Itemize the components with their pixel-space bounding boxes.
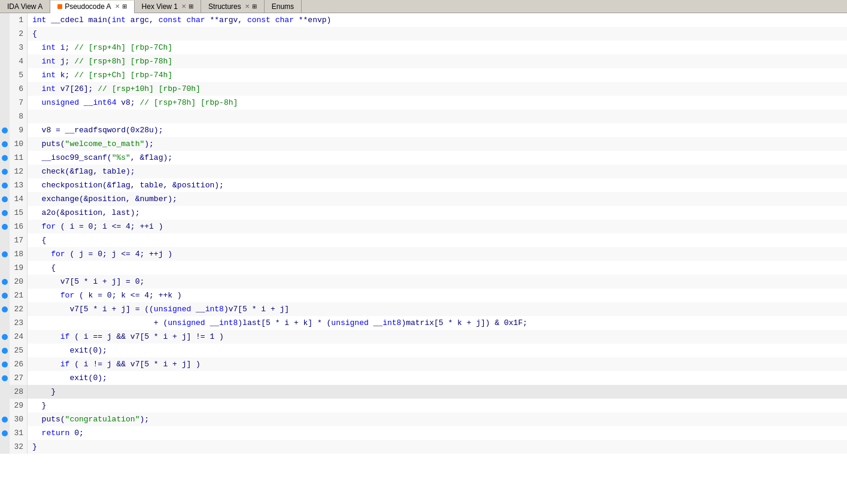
dot-col — [0, 385, 10, 399]
breakpoint-dot — [2, 348, 8, 354]
line-number: 3 — [10, 41, 28, 54]
line-number: 9 — [10, 123, 28, 137]
breakpoint-dot — [2, 127, 8, 133]
line-number: 25 — [10, 344, 28, 357]
code-content: if ( i == j && v7[5 * i + j] != 1 ) — [28, 330, 847, 344]
line-number: 18 — [10, 247, 28, 261]
tab-pseudocode[interactable]: Pseudocode A ✕ ⊞ — [50, 1, 134, 13]
code-row: 24 if ( i == j && v7[5 * i + j] != 1 ) — [0, 330, 847, 344]
tab-ida-view-label: IDA View A — [7, 2, 42, 11]
line-number: 21 — [10, 289, 28, 302]
dot-col — [0, 371, 10, 385]
code-row: 17 { — [0, 233, 847, 247]
code-content: int k; // [rsp+Ch] [rbp-74h] — [28, 68, 847, 82]
code-content: int j; // [rsp+8h] [rbp-78h] — [28, 54, 847, 68]
dot-col — [0, 123, 10, 137]
dot-col — [0, 302, 10, 316]
code-row: 12 check(&flag, table); — [0, 165, 847, 178]
breakpoint-dot — [2, 417, 8, 423]
breakpoint-dot — [2, 334, 8, 340]
tab-pseudocode-expand[interactable]: ⊞ — [122, 3, 127, 10]
tab-pseudocode-close[interactable]: ✕ — [115, 3, 120, 10]
dot-col — [0, 440, 10, 454]
tab-hex-view[interactable]: Hex View 1 ✕ ⊞ — [135, 0, 201, 13]
breakpoint-dot — [2, 169, 8, 175]
dot-col — [0, 399, 10, 412]
dot-col — [0, 206, 10, 220]
breakpoint-dot — [2, 375, 8, 381]
line-number: 8 — [10, 110, 28, 123]
line-number: 20 — [10, 275, 28, 289]
code-row: 3 int i; // [rsp+4h] [rbp-7Ch] — [0, 41, 847, 54]
code-content: for ( i = 0; i <= 4; ++i ) — [28, 220, 847, 233]
code-content: v7[5 * i + j] = ((unsigned __int8)v7[5 *… — [28, 302, 847, 316]
line-number: 30 — [10, 412, 28, 426]
tab-enums[interactable]: Enums — [265, 0, 302, 13]
line-number: 10 — [10, 137, 28, 151]
code-row: 5 int k; // [rsp+Ch] [rbp-74h] — [0, 68, 847, 82]
breakpoint-dot — [2, 279, 8, 285]
code-content: if ( i != j && v7[5 * i + j] ) — [28, 357, 847, 371]
tab-ida-view[interactable]: IDA View A — [0, 0, 50, 13]
line-number: 5 — [10, 68, 28, 82]
code-content: a2o(&position, last); — [28, 206, 847, 220]
tab-hex-close[interactable]: ✕ — [181, 3, 186, 10]
code-content: + (unsigned __int8)last[5 * i + k] * (un… — [28, 316, 847, 330]
line-number: 29 — [10, 399, 28, 412]
dot-col — [0, 165, 10, 178]
tab-pseudocode-label: Pseudocode A — [65, 2, 111, 11]
code-row: 8 — [0, 110, 847, 123]
tab-hex-expand[interactable]: ⊞ — [189, 3, 193, 10]
code-row: 19 { — [0, 261, 847, 275]
code-row: 15 a2o(&position, last); — [0, 206, 847, 220]
dot-col — [0, 261, 10, 275]
dot-col — [0, 275, 10, 289]
code-content: puts("welcome_to_math"); — [28, 137, 847, 151]
code-row: 27 exit(0); — [0, 371, 847, 385]
code-content: int __cdecl main(int argc, const char **… — [28, 13, 847, 27]
dot-col — [0, 330, 10, 344]
tab-structures[interactable]: Structures ✕ ⊞ — [201, 0, 265, 13]
code-row: 31 return 0; — [0, 426, 847, 440]
dot-col — [0, 412, 10, 426]
line-number: 16 — [10, 220, 28, 233]
code-row: 21 for ( k = 0; k <= 4; ++k ) — [0, 289, 847, 302]
code-row: 11 __isoc99_scanf("%s", &flag); — [0, 151, 847, 165]
line-number: 7 — [10, 96, 28, 110]
breakpoint-dot — [2, 196, 8, 202]
line-number: 1 — [10, 13, 28, 27]
line-number: 23 — [10, 316, 28, 330]
code-row: 9 v8 = __readfsqword(0x28u); — [0, 123, 847, 137]
code-content: check(&flag, table); — [28, 165, 847, 178]
line-number: 27 — [10, 371, 28, 385]
code-row: 7 unsigned __int64 v8; // [rsp+78h] [rbp… — [0, 96, 847, 110]
tab-structures-close[interactable]: ✕ — [245, 3, 250, 10]
breakpoint-dot — [2, 155, 8, 161]
code-content: for ( j = 0; j <= 4; ++j ) — [28, 247, 847, 261]
tab-structures-expand[interactable]: ⊞ — [252, 3, 257, 10]
dot-col — [0, 54, 10, 68]
code-content: exit(0); — [28, 344, 847, 357]
dot-col — [0, 426, 10, 440]
dot-col — [0, 68, 10, 82]
code-row: 28 } — [0, 385, 847, 399]
breakpoint-dot — [2, 362, 8, 368]
code-row: 6 int v7[26]; // [rsp+10h] [rbp-70h] — [0, 82, 847, 96]
breakpoint-dot — [2, 210, 8, 216]
line-number: 31 — [10, 426, 28, 440]
dot-col — [0, 344, 10, 357]
line-number: 14 — [10, 192, 28, 206]
dot-col — [0, 96, 10, 110]
code-content: checkposition(&flag, table, &position); — [28, 178, 847, 192]
code-content: { — [28, 27, 847, 41]
dot-col — [0, 247, 10, 261]
line-number: 28 — [10, 385, 28, 399]
dot-col — [0, 192, 10, 206]
code-container[interactable]: 1 int __cdecl main(int argc, const char … — [0, 13, 847, 504]
code-row: 10 puts("welcome_to_math"); — [0, 137, 847, 151]
code-row: 4 int j; // [rsp+8h] [rbp-78h] — [0, 54, 847, 68]
line-number: 26 — [10, 357, 28, 371]
dot-col — [0, 137, 10, 151]
code-row: 14 exchange(&position, &number); — [0, 192, 847, 206]
dot-col — [0, 82, 10, 96]
